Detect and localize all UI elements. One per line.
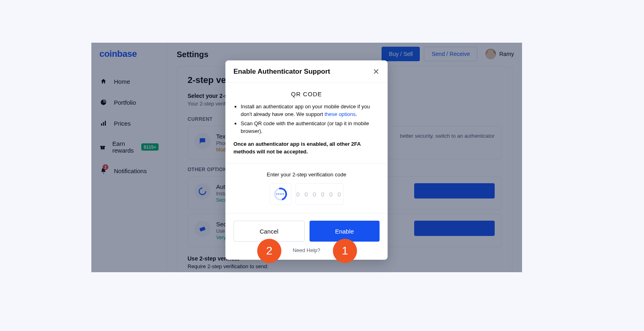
options-link[interactable]: these options bbox=[324, 111, 355, 117]
totp-spinner: ••••• bbox=[270, 183, 291, 205]
callout-badge-2: 2 bbox=[257, 239, 281, 263]
modal-title: Enable Authenticator Support bbox=[233, 68, 330, 76]
callout-badge-1: 1 bbox=[333, 239, 357, 263]
enable-authenticator-modal: Enable Authenticator Support ✕ QR CODE I… bbox=[225, 60, 388, 260]
warning-text: Once an authenticator app is enabled, al… bbox=[233, 141, 380, 156]
instruction-item: Install an authenticator app on your mob… bbox=[241, 103, 380, 118]
need-help-link[interactable]: Need Help? bbox=[225, 247, 388, 260]
close-icon[interactable]: ✕ bbox=[373, 68, 380, 76]
qr-code-heading: QR CODE bbox=[233, 91, 380, 97]
instruction-list: Install an authenticator app on your mob… bbox=[233, 103, 380, 135]
verification-code-input[interactable] bbox=[295, 183, 344, 205]
enter-code-label: Enter your 2-step verification code bbox=[233, 172, 380, 178]
instruction-item: Scan QR code with the authenticator (or … bbox=[241, 120, 380, 135]
